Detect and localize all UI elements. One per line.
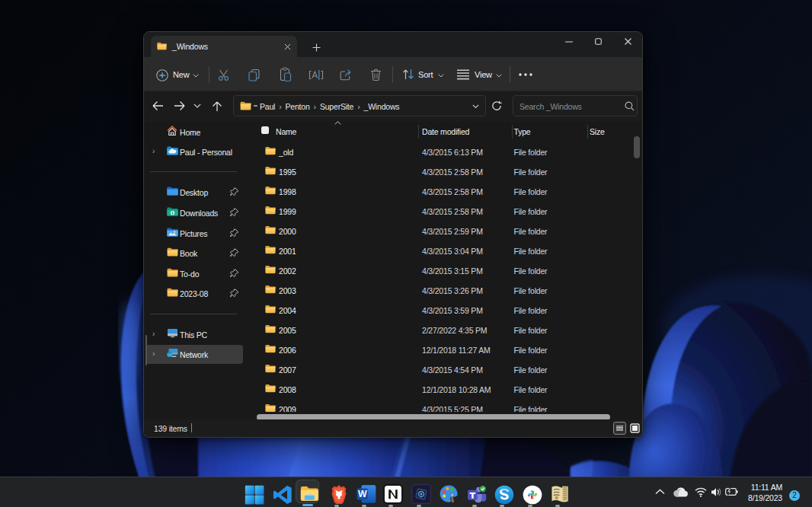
svg-text:W: W bbox=[358, 489, 367, 499]
